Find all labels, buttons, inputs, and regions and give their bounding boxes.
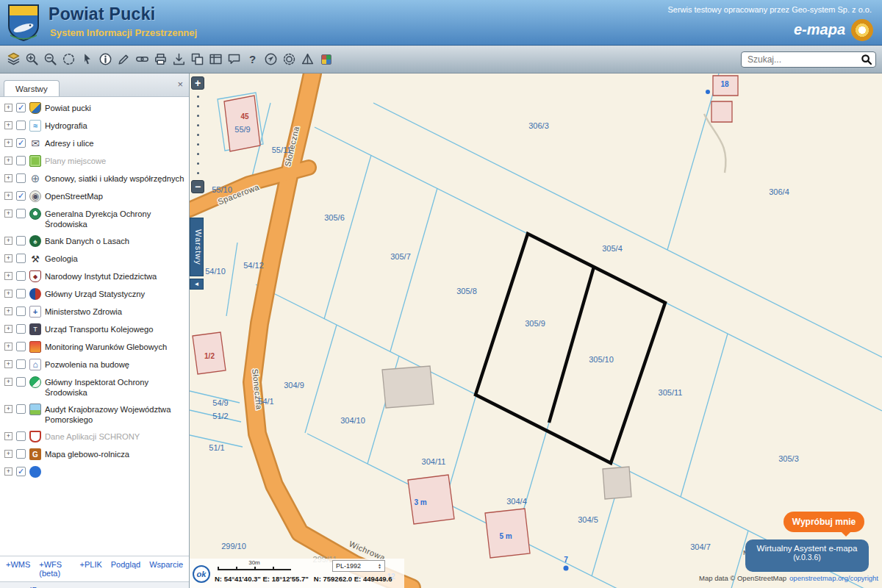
expand-icon[interactable]	[4, 174, 12, 182]
zoom-slider[interactable]	[191, 90, 205, 180]
info-icon[interactable]	[96, 50, 115, 69]
expand-icon[interactable]	[4, 432, 12, 440]
layer-checkbox[interactable]	[16, 404, 26, 414]
layer-item-powiat-pucki[interactable]: Powiat pucki	[0, 99, 189, 117]
layer-item-adresy[interactable]: Adresy i ulice	[0, 135, 189, 152]
layer-item-lasy[interactable]: Bank Danych o Lasach	[0, 232, 189, 250]
copy-view-icon[interactable]	[188, 50, 207, 69]
panels-icon[interactable]	[207, 50, 225, 69]
tab-warstwy[interactable]: Warstwy	[4, 80, 60, 96]
layer-checkbox[interactable]	[16, 449, 26, 459]
add-wms-link[interactable]: +WMS	[6, 560, 30, 578]
crs-select[interactable]: PL-1992 ▲▼	[332, 560, 385, 572]
expand-icon[interactable]	[4, 360, 12, 368]
panel-hide-x[interactable]: x	[178, 586, 182, 588]
layer-checkbox[interactable]	[16, 377, 26, 387]
layer-label[interactable]: Generalna Dyrekcja Ochrony Środowiska	[45, 208, 186, 229]
add-wfs-link[interactable]: +WFS (beta)	[39, 560, 71, 578]
layer-item-nid[interactable]: Narodowy Instytut Dziedzictwa	[0, 268, 189, 285]
layer-label[interactable]: Bank Danych o Lasach	[45, 235, 129, 246]
preview-link[interactable]: Podgląd	[111, 560, 140, 578]
layer-item-budowa[interactable]: Pozwolenia na budowę	[0, 356, 189, 373]
layer-checkbox[interactable]	[16, 138, 26, 148]
layer-item-gios[interactable]: Główny Inspektorat Ochrony Środowiska	[0, 373, 189, 401]
layer-label[interactable]: Geologia	[45, 253, 78, 264]
layer-checkbox[interactable]	[16, 103, 26, 112]
pointer-icon[interactable]	[78, 50, 96, 69]
legend-icon[interactable]	[317, 50, 335, 69]
layer-checkbox[interactable]	[16, 191, 26, 201]
layer-checkbox[interactable]	[16, 271, 26, 281]
expand-icon[interactable]	[4, 104, 12, 112]
expand-icon[interactable]	[4, 237, 12, 245]
layer-label[interactable]: Urząd Transportu Kolejowego	[45, 323, 153, 334]
expand-icon[interactable]	[4, 192, 12, 200]
help-icon[interactable]: ?	[243, 50, 262, 69]
layer-checkbox[interactable]	[16, 467, 26, 476]
layer-label[interactable]: Główny Urząd Statystyczny	[45, 288, 145, 299]
layer-label[interactable]: Pozwolenia na budowę	[45, 359, 129, 370]
layer-item-schrony[interactable]: Dane Aplikacji SCHRONY	[0, 428, 189, 445]
layer-label[interactable]: Ministerstwo Zdrowia	[45, 306, 122, 317]
layer-label[interactable]: Główny Inspektorat Ochrony Środowiska	[45, 376, 186, 398]
download-icon[interactable]	[170, 50, 188, 69]
layer-label[interactable]: Plany miejscowe	[45, 155, 106, 166]
layer-checkbox[interactable]	[16, 324, 26, 334]
layer-item-osnowy[interactable]: Osnowy, siatki i układy współrzędnych	[0, 170, 189, 187]
layer-label[interactable]: Hydrografia	[45, 120, 87, 131]
expand-icon[interactable]	[4, 378, 12, 386]
layer-item-zdrowie[interactable]: Ministerstwo Zdrowia	[0, 303, 189, 320]
expand-icon[interactable]	[4, 325, 12, 333]
panel-close-icon[interactable]: ×	[177, 79, 183, 89]
ip-link[interactable]: IP	[29, 586, 37, 588]
layer-checkbox[interactable]	[16, 121, 26, 130]
prev-arrow[interactable]: «	[7, 584, 12, 588]
prism-icon[interactable]	[298, 50, 317, 69]
layers-icon[interactable]	[4, 50, 23, 69]
layer-item-gus[interactable]: Główny Urząd Statystyczny	[0, 285, 189, 303]
expand-icon[interactable]	[4, 157, 12, 165]
collapse-panel-arrow[interactable]: ◄	[190, 279, 204, 290]
layers-side-tab[interactable]: Warstwy	[190, 218, 204, 276]
layer-checkbox[interactable]	[16, 254, 26, 263]
layer-item-osm[interactable]: OpenStreetMap	[0, 187, 189, 205]
layer-checkbox[interactable]	[16, 306, 26, 316]
layer-checkbox[interactable]	[16, 359, 26, 369]
next-arrow[interactable]: »	[18, 584, 24, 588]
layer-checkbox[interactable]	[16, 431, 26, 441]
assistant-cta-button[interactable]: Wypróbuj mnie	[784, 512, 864, 532]
print-icon[interactable]	[151, 50, 170, 69]
support-link[interactable]: Wsparcie	[149, 560, 183, 578]
expand-icon[interactable]	[4, 343, 12, 351]
zoom-in-icon[interactable]	[23, 50, 41, 69]
layer-item-plany[interactable]: Plany miejscowe	[0, 152, 189, 170]
virtual-assistant-button[interactable]: Wirtualny Asystent e-mapa (v.0.3.6)	[745, 539, 869, 572]
layer-item-audyt[interactable]: Audyt Krajobrazowy Województwa Pomorskie…	[0, 401, 189, 428]
zoom-in-button[interactable]: +	[191, 76, 204, 90]
layer-label[interactable]: Monitoring Warunków Glebowych	[45, 341, 167, 352]
expand-icon[interactable]	[4, 139, 12, 147]
crs-spinner-icon[interactable]: ▲▼	[378, 563, 381, 569]
zoom-out-icon[interactable]	[41, 50, 60, 69]
layer-item-hydrografia[interactable]: Hydrografia	[0, 117, 189, 135]
layer-label[interactable]: Powiat pucki	[45, 102, 91, 113]
layer-checkbox[interactable]	[16, 173, 26, 183]
layer-label[interactable]: Audyt Krajobrazowy Województwa Pomorskie…	[45, 404, 186, 425]
expand-icon[interactable]	[4, 307, 12, 315]
layer-item-gdos[interactable]: Generalna Dyrekcja Ochrony Środowiska	[0, 205, 189, 232]
comment-icon[interactable]	[225, 50, 243, 69]
layer-checkbox[interactable]	[16, 156, 26, 165]
layer-item-utk[interactable]: Urząd Transportu Kolejowego	[0, 320, 189, 338]
select-area-icon[interactable]	[60, 50, 78, 69]
data-copyright-link[interactable]: openstreetmap.org/copyright	[789, 574, 878, 582]
layer-label[interactable]: Narodowy Instytut Dziedzictwa	[45, 270, 157, 282]
expand-icon[interactable]	[4, 121, 12, 129]
layer-label[interactable]: Osnowy, siatki i układy współrzędnych	[45, 173, 184, 184]
zoom-out-button[interactable]: −	[191, 180, 204, 193]
layer-checkbox[interactable]	[16, 289, 26, 298]
expand-icon[interactable]	[4, 467, 12, 476]
settings-icon[interactable]	[280, 50, 298, 69]
layer-label[interactable]: Dane Aplikacji SCHRONY	[45, 431, 140, 442]
layer-label[interactable]: Adresy i ulice	[45, 137, 94, 148]
layer-label[interactable]: OpenStreetMap	[45, 190, 103, 201]
